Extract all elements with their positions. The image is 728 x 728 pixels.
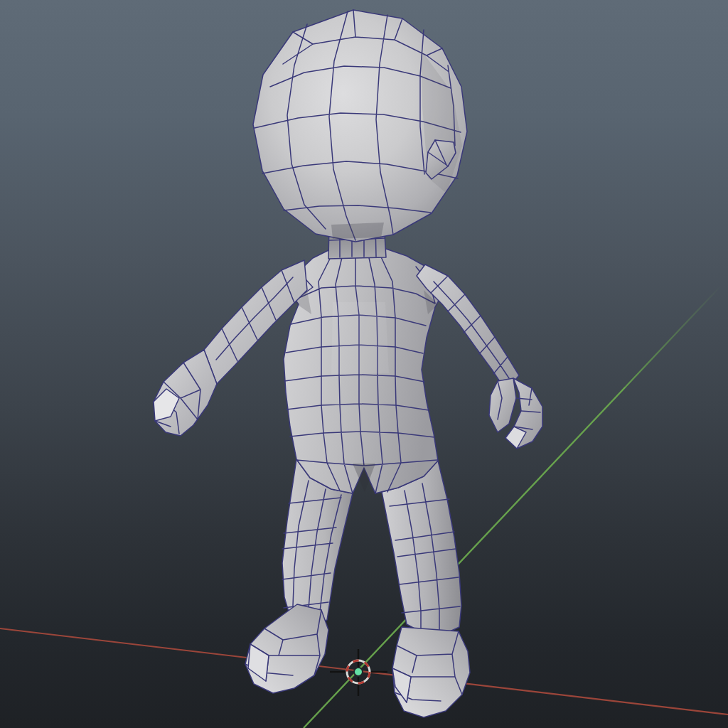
character-model[interactable] xyxy=(154,10,542,717)
right-shoe-mesh[interactable] xyxy=(392,627,470,717)
chin-shadow xyxy=(331,223,384,239)
3d-viewport[interactable] xyxy=(0,0,728,728)
viewport-canvas[interactable] xyxy=(0,0,728,728)
cursor-3d xyxy=(330,649,387,696)
x-axis-line xyxy=(0,628,728,714)
y-axis-line-fade xyxy=(626,286,721,387)
right-hand-thumb-mesh[interactable] xyxy=(489,378,516,432)
chest-highlight xyxy=(331,302,389,375)
origin-point-dot xyxy=(354,668,363,676)
